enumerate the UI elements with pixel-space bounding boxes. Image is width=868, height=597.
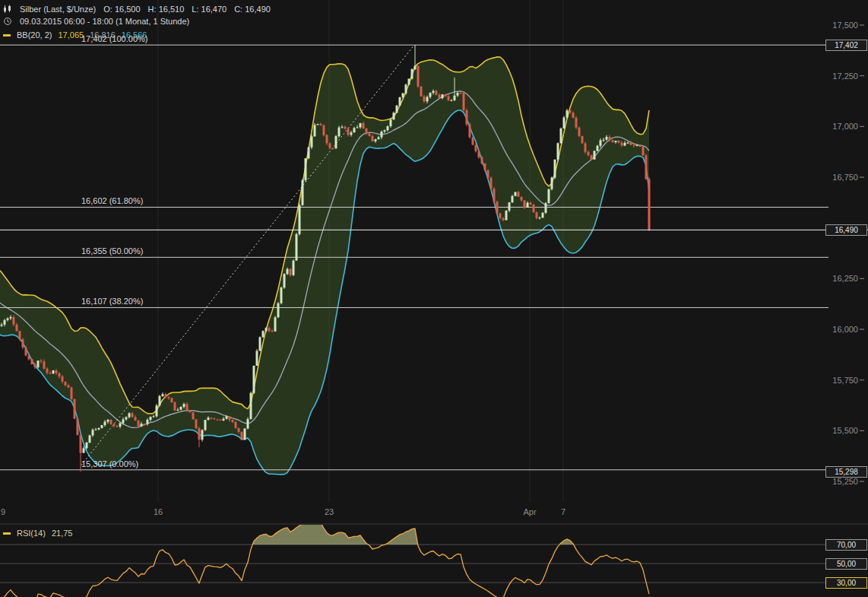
price-axis-tick: 15,750 xyxy=(828,375,858,386)
low-value: L: 16,470 xyxy=(192,5,227,14)
clock-icon xyxy=(3,17,12,26)
price-badge: 17,402 xyxy=(825,40,867,51)
bb-indicator-icon xyxy=(3,34,11,37)
rsi-name: RSI(14) xyxy=(17,529,46,538)
fib-level-label: 15,307 (0.00%) xyxy=(81,459,138,469)
timeframe-header: 09.03.2015 06:00 - 18:00 (1 Monat, 1 Stu… xyxy=(3,16,189,27)
candlestick-icon xyxy=(3,5,12,14)
fib-level-label: 17,402 (100.00%) xyxy=(81,33,147,44)
price-axis-tick: 17,500 xyxy=(828,20,858,30)
rsi-value: 21,75 xyxy=(52,529,73,538)
rsi-level-badge: 70,00 xyxy=(825,539,867,551)
price-axis-tick: 15,250 xyxy=(828,476,858,487)
rsi-level-badge: 50,00 xyxy=(825,558,867,570)
close-value: C: 16,490 xyxy=(234,5,271,14)
price-badge: 16,490 xyxy=(825,224,867,236)
time-axis-tick: 7 xyxy=(561,506,565,517)
price-badge: 15,298 xyxy=(825,466,867,478)
instrument-header: Silber (Last, $/Unze) O: 16,500 H: 16,51… xyxy=(3,4,271,14)
time-axis-tick: 23 xyxy=(325,506,334,517)
trading-chart-window: Silber (Last, $/Unze) O: 16,500 H: 16,51… xyxy=(0,0,868,597)
price-axis-tick: 15,500 xyxy=(828,425,858,436)
fib-level-label: 16,107 (38.20%) xyxy=(81,296,143,306)
high-value: H: 16,510 xyxy=(148,5,185,14)
bb-upper-value: 17,065 xyxy=(58,30,84,40)
rsi-legend[interactable]: RSI(14) 21,75 xyxy=(3,528,72,538)
price-axis-tick: 16,750 xyxy=(828,172,858,183)
rsi-indicator-icon xyxy=(3,532,11,535)
time-axis-tick: 16 xyxy=(154,506,163,517)
time-axis-tick: Apr xyxy=(523,506,536,517)
timeframe-label: 09.03.2015 06:00 - 18:00 (1 Monat, 1 Stu… xyxy=(20,17,189,26)
fib-level-label: 16,355 (50.00%) xyxy=(81,246,143,256)
time-axis-tick: 9 xyxy=(1,506,5,517)
price-axis-tick: 17,250 xyxy=(828,71,858,81)
bb-name: BB(20, 2) xyxy=(17,30,52,40)
open-value: O: 16,500 xyxy=(103,5,140,14)
fib-level-label: 16,602 (61.80%) xyxy=(81,195,143,206)
price-axis-tick: 17,000 xyxy=(828,121,858,132)
rsi-level-badge: 30,00 xyxy=(825,577,867,589)
price-axis-tick: 16,000 xyxy=(828,324,858,335)
price-axis-tick: 16,250 xyxy=(828,273,858,284)
instrument-title: Silber (Last, $/Unze) xyxy=(20,5,96,14)
